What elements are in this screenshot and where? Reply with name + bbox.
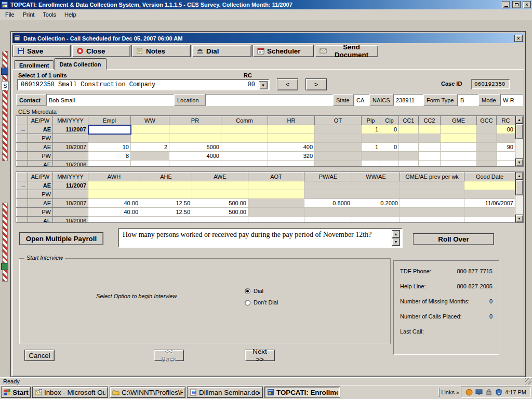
grid-cell[interactable]: 12.50 (140, 199, 192, 208)
grid-cell[interactable] (400, 190, 464, 199)
scroll-thumb[interactable] (515, 180, 523, 195)
grid-cell[interactable] (441, 152, 477, 161)
grid-cell[interactable] (268, 125, 315, 134)
grid-cell[interactable] (441, 134, 477, 143)
combobox-dropdown-button[interactable]: ▼ (259, 81, 268, 89)
background-window-icon[interactable] (1, 263, 8, 270)
grid-cell[interactable] (131, 161, 169, 167)
grid-cell[interactable]: 0.2000 (352, 199, 400, 208)
grid-cell[interactable] (419, 161, 441, 167)
unit-combobox[interactable]: 060192350 Small Construction Company 00 … (17, 79, 270, 90)
lower-grid-scrollbar[interactable]: ▲ ▼ (515, 172, 523, 222)
grid-cell[interactable] (441, 125, 477, 134)
grid-cell[interactable] (140, 190, 192, 199)
grid-cell[interactable] (88, 134, 131, 143)
start-button[interactable]: Start (1, 387, 31, 398)
tray-icon-orange[interactable] (466, 389, 473, 396)
grid-cell[interactable] (399, 152, 419, 161)
restore-button[interactable] (512, 1, 521, 8)
grid-cell[interactable]: 500.00 (192, 199, 248, 208)
grid-cell[interactable] (131, 134, 169, 143)
grid-cell[interactable]: 10 (88, 143, 131, 152)
scroll-down-button[interactable]: ▼ (515, 158, 523, 166)
grid-cell[interactable] (315, 161, 362, 167)
grid-cell[interactable]: 90 (497, 143, 515, 152)
grid-cell[interactable] (268, 134, 315, 143)
grid-cell[interactable] (140, 217, 192, 223)
grid-cell[interactable]: 5000 (169, 143, 221, 152)
dial-button[interactable]: Dial (192, 45, 251, 57)
grid-cell[interactable] (362, 152, 380, 161)
send-document-button[interactable]: Send Document (315, 45, 378, 57)
scroll-up-button[interactable]: ▲ (515, 172, 523, 180)
grid-cell[interactable]: 0 (380, 125, 399, 134)
grid-cell[interactable] (248, 217, 304, 223)
grid-cell[interactable]: 12.50 (140, 208, 192, 217)
grid-cell[interactable] (352, 181, 400, 190)
save-button[interactable]: Save (12, 45, 71, 57)
grid-cell[interactable] (380, 152, 399, 161)
grid-cell[interactable]: 8 (88, 152, 131, 161)
grid-cell[interactable]: 00 (497, 125, 515, 134)
tray-icon-shield[interactable]: U (495, 389, 502, 396)
grid-cell[interactable] (400, 181, 464, 190)
tray-icon-lock[interactable] (485, 389, 493, 396)
grid-cell[interactable] (221, 125, 268, 134)
grid-cell[interactable] (88, 161, 131, 167)
grid-cell[interactable] (221, 152, 268, 161)
taskbar-item-word[interactable]: W Dillman Seminar.doc - Mic... (187, 387, 263, 398)
grid-cell[interactable] (221, 134, 268, 143)
background-window-icon[interactable] (1, 68, 8, 75)
menu-file[interactable]: File (1, 10, 19, 19)
grid-cell[interactable] (399, 125, 419, 134)
grid-cell[interactable] (315, 152, 362, 161)
grid-cell[interactable] (419, 152, 441, 161)
grid-cell[interactable] (441, 143, 477, 152)
taskbar-item-folder[interactable]: C:\WINNT\Profiles\Harre... (110, 387, 185, 398)
close-toolbar-button[interactable]: Close (72, 45, 130, 57)
grid-cell[interactable] (315, 134, 362, 143)
tab-enrollment[interactable]: Enrollment (14, 60, 54, 70)
cancel-button[interactable]: Cancel (24, 350, 55, 361)
grid-cell[interactable] (88, 190, 140, 199)
grid-cell[interactable] (304, 190, 352, 199)
taskbar-item-topcati[interactable]: TOPCATI: Enrollment ... (264, 387, 340, 398)
grid-cell[interactable] (315, 125, 362, 134)
grid-cell[interactable] (477, 143, 497, 152)
grid-cell[interactable] (477, 134, 497, 143)
grid-cell[interactable]: 0 (380, 143, 399, 152)
grid-cell[interactable] (352, 217, 400, 223)
resize-grip[interactable] (525, 378, 531, 384)
question-scroll-down-button[interactable]: ▼ (392, 238, 400, 246)
notes-button[interactable]: Notes (131, 45, 191, 57)
grid-cell[interactable] (192, 181, 248, 190)
grid-cell[interactable] (399, 143, 419, 152)
links-chevron[interactable]: » (456, 389, 459, 395)
grid-cell[interactable] (400, 199, 464, 208)
grid-cell[interactable] (380, 134, 399, 143)
scroll-up-button[interactable]: ▲ (515, 116, 523, 124)
minimize-button[interactable] (502, 1, 510, 8)
grid-cell[interactable] (248, 181, 304, 190)
scroll-thumb[interactable] (515, 124, 523, 139)
tray-icon-monitor[interactable] (475, 389, 483, 396)
grid-cell[interactable]: 400 (268, 143, 315, 152)
radio-dial-control[interactable] (245, 288, 250, 294)
grid-cell[interactable] (88, 181, 140, 190)
question-box[interactable]: How many persons worked or received pay … (118, 228, 403, 248)
grid-cell[interactable] (248, 199, 304, 208)
grid-cell[interactable] (169, 134, 221, 143)
taskbar-item-outlook[interactable]: Inbox - Microsoft Outlook (32, 387, 108, 398)
tab-data-collection[interactable]: Data Collection (54, 58, 106, 70)
grid-cell[interactable] (419, 125, 441, 134)
radio-dial[interactable]: Dial (245, 288, 278, 294)
grid-cell[interactable] (192, 217, 248, 223)
grid-cell[interactable] (477, 152, 497, 161)
grid-cell[interactable] (169, 125, 221, 134)
scheduler-button[interactable]: Scheduler (252, 45, 314, 57)
scroll-down-button[interactable]: ▼ (515, 215, 523, 222)
grid-cell[interactable]: 40.00 (88, 199, 140, 208)
grid-cell[interactable]: 500.00 (192, 208, 248, 217)
grid-cell[interactable] (88, 125, 131, 134)
grid-cell[interactable] (380, 161, 399, 167)
